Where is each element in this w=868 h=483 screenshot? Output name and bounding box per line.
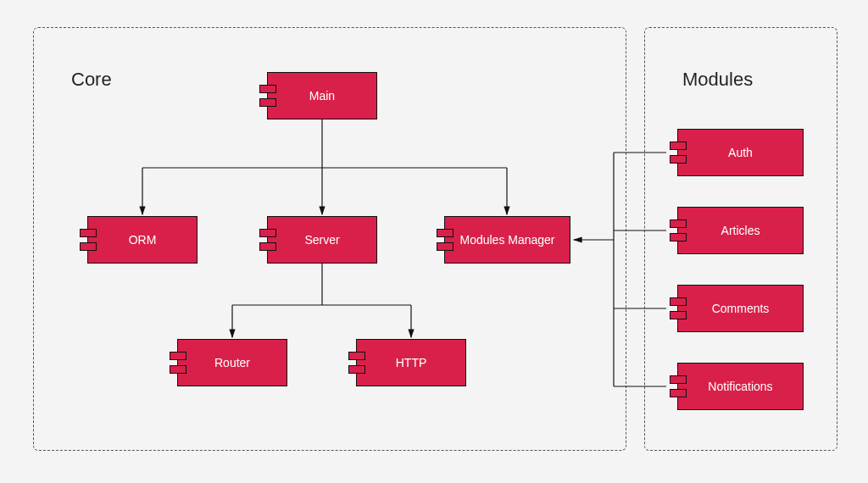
component-main-label: Main xyxy=(309,89,335,103)
component-orm-label: ORM xyxy=(129,233,157,247)
component-server-label: Server xyxy=(304,233,339,247)
component-comments: Comments xyxy=(677,285,804,332)
component-orm: ORM xyxy=(87,216,198,264)
component-main: Main xyxy=(267,72,377,119)
group-modules-title: Modules xyxy=(682,69,753,91)
component-http-label: HTTP xyxy=(396,356,427,369)
component-router-label: Router xyxy=(214,356,250,369)
diagram-canvas: Core Modules Main ORM Server Modules Man… xyxy=(0,0,868,483)
component-notifications-label: Notifications xyxy=(708,380,772,393)
group-core-title: Core xyxy=(71,69,112,91)
component-notifications: Notifications xyxy=(677,363,804,410)
component-articles: Articles xyxy=(677,207,804,254)
component-server: Server xyxy=(267,216,377,264)
component-articles-label: Articles xyxy=(721,224,760,237)
component-auth: Auth xyxy=(677,129,804,176)
component-http: HTTP xyxy=(356,339,466,386)
component-modules-manager-label: Modules Manager xyxy=(459,233,554,247)
component-comments-label: Comments xyxy=(712,302,770,315)
component-auth-label: Auth xyxy=(728,146,753,159)
component-router: Router xyxy=(177,339,287,386)
component-modules-manager: Modules Manager xyxy=(444,216,570,264)
